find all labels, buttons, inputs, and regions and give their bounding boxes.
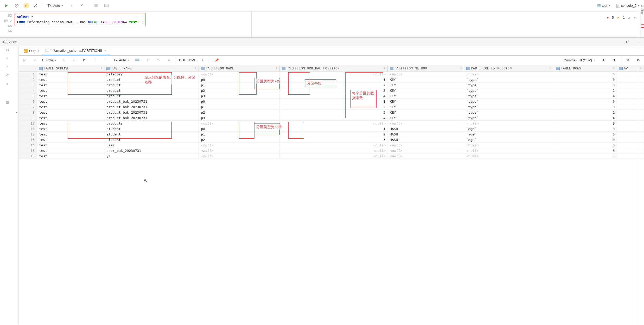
- column-header[interactable]: TABLE_SCHEMA◇: [37, 65, 104, 72]
- svg-rect-7: [597, 5, 601, 6]
- services-title: Services: [3, 40, 17, 44]
- compare-icon[interactable]: ✦: [199, 57, 207, 64]
- tab-output[interactable]: ▸Output: [21, 46, 42, 55]
- grid-icon[interactable]: ▦: [6, 100, 9, 104]
- ddl-button[interactable]: DDL: [179, 58, 186, 62]
- svg-text:▸: ▸: [24, 50, 26, 53]
- left-tool-strip: Tx » ✓ ↶ ■ ▦: [0, 46, 15, 324]
- close-icon[interactable]: ×: [105, 49, 107, 53]
- warning-icon: ✔: [617, 16, 620, 20]
- table-row[interactable]: 6testproduct_bak_20230731p01KEY`type`0: [19, 99, 644, 104]
- rows-count-select[interactable]: 16 rows ▼: [42, 58, 57, 62]
- schema-label: test: [602, 4, 607, 8]
- table-row[interactable]: 2testproductp01KEY`type`0: [19, 77, 644, 82]
- column-header[interactable]: TABLE_NAME◇: [104, 65, 199, 72]
- check-icon[interactable]: ✓: [6, 65, 9, 69]
- svg-marker-0: [5, 4, 8, 7]
- submit-icon[interactable]: DB↑: [134, 57, 141, 64]
- stop-icon2[interactable]: ■: [165, 57, 173, 64]
- column-header[interactable]: TABLE_ROWS◇: [554, 65, 617, 72]
- table-row[interactable]: 1testcategory<null><null><null><null>4: [19, 72, 644, 77]
- table-row[interactable]: 8testproduct_bak_20230731p23KEY`type`2: [19, 110, 644, 115]
- check-icon: ✓: [10, 19, 12, 23]
- table-row[interactable]: 3testproductp12KEY`type`0: [19, 82, 644, 88]
- tx-mode-label: Tx: Auto: [48, 4, 60, 8]
- tx-label: Tx: [6, 48, 9, 51]
- commit-button[interactable]: ✓: [68, 2, 75, 9]
- table-row[interactable]: 15testuser_bak_20230731<null><null><null…: [19, 148, 644, 153]
- eye-icon[interactable]: 👁: [624, 57, 632, 64]
- table-row[interactable]: 13teststudentp23HASH`age`0: [19, 137, 644, 142]
- run-button[interactable]: [3, 2, 10, 9]
- dml-button[interactable]: DML: [189, 58, 196, 62]
- table-row[interactable]: 12teststudentp12HASH`age`0: [19, 132, 644, 137]
- settings-button[interactable]: [32, 2, 40, 9]
- chevron-down-icon: ▾: [16, 111, 17, 114]
- rows-label: 16 rows: [42, 58, 54, 62]
- reload-icon[interactable]: ⟳: [81, 57, 88, 64]
- results-table[interactable]: TABLE_SCHEMA◇TABLE_NAME◇PARTITION_NAME◇P…: [19, 65, 644, 159]
- undo-icon[interactable]: ↶: [6, 73, 9, 77]
- svg-rect-3: [104, 4, 109, 7]
- tab-result[interactable]: information_schema.PARTITIONS ×: [42, 46, 110, 55]
- table-row[interactable]: 10testproducts<null><null><null><null>9: [19, 121, 644, 126]
- console-label: console_2: [621, 4, 636, 8]
- export-format-select[interactable]: Comma-…d (CSV) ▼: [562, 58, 597, 62]
- services-settings-icon[interactable]: ⚙: [624, 38, 631, 46]
- table-row[interactable]: 7testproduct_bak_20230731p12KEY`type`0: [19, 104, 644, 110]
- main-toolbar: P Tx: Auto ▼ ✓ ↶ test ▼ > console_2 ▼: [0, 0, 644, 11]
- table-row[interactable]: 16testy1<null><null><null><null>5: [19, 153, 644, 159]
- first-page-icon[interactable]: |<: [21, 57, 28, 64]
- schema-select[interactable]: test ▼: [596, 4, 612, 8]
- svg-rect-6: [597, 4, 601, 5]
- upload-icon[interactable]: ⬆: [610, 57, 618, 64]
- table-row[interactable]: 5testproductp34KEY`type`4: [19, 93, 644, 99]
- rollback-button[interactable]: ↶: [79, 2, 86, 9]
- error-icon: ●: [607, 16, 609, 20]
- history-button[interactable]: [13, 2, 20, 9]
- svg-rect-2: [94, 4, 98, 7]
- column-header[interactable]: PARTITION_EXPRESSION◇: [464, 65, 554, 72]
- table-row[interactable]: 14testuser<null><null><null><null>6: [19, 142, 644, 148]
- stop-icon[interactable]: ■: [7, 82, 9, 86]
- code-content[interactable]: select * FROM information_schema.PARTITI…: [15, 11, 640, 37]
- console-icon: >: [616, 4, 620, 8]
- table-row[interactable]: 11teststudentp01HASH`age`0: [19, 126, 644, 132]
- expand-icon[interactable]: »: [7, 56, 8, 60]
- sql-editor[interactable]: 63 64 ✓ 65 66 select * FROM information_…: [0, 11, 644, 37]
- prev-page-icon[interactable]: <: [31, 57, 39, 64]
- output-icon: ▸: [24, 49, 28, 53]
- svg-text:>: >: [617, 4, 619, 7]
- tx-mode-select[interactable]: Tx: Auto ▼: [46, 4, 65, 8]
- chevron-up-icon[interactable]: ∧: [628, 16, 630, 20]
- pin-icon[interactable]: 📌: [213, 57, 220, 64]
- collapse-gutter[interactable]: ▾: [15, 46, 19, 324]
- tx-mode-select2[interactable]: Tx: Auto ▼: [112, 58, 131, 62]
- result-tabs: ▸Output information_schema.PARTITIONS ×: [19, 46, 644, 56]
- download-icon[interactable]: ⬇: [600, 57, 607, 64]
- add-row-icon[interactable]: +: [91, 57, 98, 64]
- explain-button[interactable]: P: [23, 3, 29, 9]
- redo-icon[interactable]: ↷: [155, 57, 162, 64]
- remove-row-icon[interactable]: −: [101, 57, 109, 64]
- stop-button[interactable]: [92, 2, 100, 9]
- revert-icon[interactable]: ↶: [144, 57, 152, 64]
- console-select[interactable]: > console_2 ▼: [615, 4, 641, 8]
- column-header[interactable]: PARTITION_ORDINAL_POSITION◇: [280, 65, 388, 72]
- tab-label: Output: [29, 49, 39, 53]
- right-sidebar[interactable]: 2: Files: [639, 0, 644, 325]
- column-header[interactable]: PARTITION_METHOD◇: [387, 65, 464, 72]
- last-page-icon[interactable]: >|: [70, 57, 78, 64]
- column-header[interactable]: PARTITION_NAME◇: [199, 65, 280, 72]
- cursor-icon: ↖: [144, 178, 148, 184]
- error-count: 5: [612, 16, 614, 20]
- table-row[interactable]: 4testproductp23KEY`type`2: [19, 88, 644, 93]
- schema-icon: [597, 4, 601, 8]
- chevron-down-icon[interactable]: ∨: [634, 16, 636, 20]
- table-row[interactable]: 9testproduct_bak_20230731p34KEY`type`4: [19, 115, 644, 121]
- files-tab[interactable]: 2: Files: [639, 5, 644, 14]
- inspection-widget[interactable]: ●5 ✔1 ∧ ∨: [607, 16, 636, 20]
- warning-count: 1: [623, 16, 625, 20]
- view-button[interactable]: [103, 2, 110, 9]
- next-page-icon[interactable]: >: [60, 57, 67, 64]
